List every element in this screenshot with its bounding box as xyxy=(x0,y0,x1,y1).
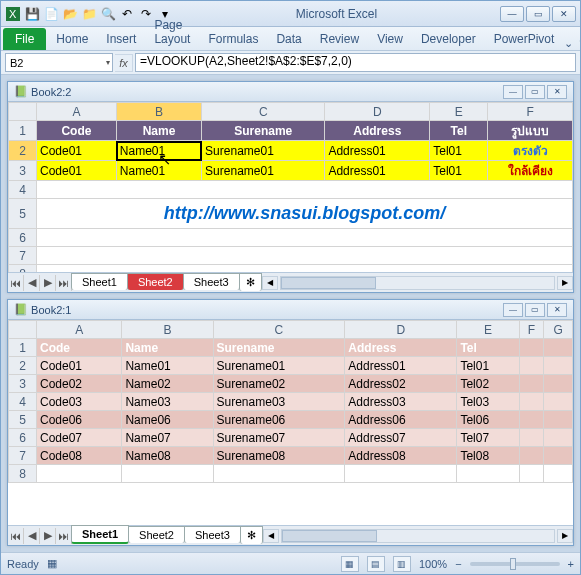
cell[interactable]: Address07 xyxy=(345,429,457,447)
file-tab[interactable]: File xyxy=(3,28,46,50)
cell[interactable]: Address08 xyxy=(345,447,457,465)
cell[interactable]: Name06 xyxy=(122,411,213,429)
sheet-tab[interactable]: Sheet3 xyxy=(183,273,240,290)
cell[interactable] xyxy=(544,411,573,429)
cell[interactable]: Surename01 xyxy=(202,161,325,181)
scroll-right-icon[interactable]: ▶ xyxy=(557,276,573,290)
new-sheet-button[interactable]: ✻ xyxy=(240,526,263,544)
sheet-tab[interactable]: Sheet1 xyxy=(71,273,128,290)
cell[interactable] xyxy=(544,447,573,465)
cell[interactable]: Name07 xyxy=(122,429,213,447)
cell[interactable] xyxy=(519,429,544,447)
child-maximize-button[interactable]: ▭ xyxy=(525,303,545,317)
cell[interactable] xyxy=(544,339,573,357)
tab-data[interactable]: Data xyxy=(268,28,309,50)
cell[interactable]: Tel08 xyxy=(457,447,519,465)
active-cell[interactable]: Name01 xyxy=(116,141,201,161)
cell[interactable]: Address03 xyxy=(345,393,457,411)
tab-nav-first-icon[interactable]: ⏮ xyxy=(8,528,24,544)
row-header[interactable]: 8 xyxy=(9,465,37,483)
cell[interactable] xyxy=(345,465,457,483)
col-header[interactable]: F xyxy=(488,103,573,121)
open-icon[interactable]: 📂 xyxy=(62,6,78,22)
cell[interactable] xyxy=(37,181,573,199)
cell[interactable]: Name xyxy=(116,121,201,141)
cell[interactable]: Address01 xyxy=(325,161,430,181)
cell[interactable] xyxy=(519,375,544,393)
cell[interactable] xyxy=(457,465,519,483)
col-header[interactable]: A xyxy=(37,103,117,121)
new-icon[interactable]: 📄 xyxy=(43,6,59,22)
view-page-layout-button[interactable]: ▤ xyxy=(367,556,385,572)
open-recent-icon[interactable]: 📁 xyxy=(81,6,97,22)
save-icon[interactable]: 💾 xyxy=(24,6,40,22)
zoom-slider[interactable] xyxy=(470,562,560,566)
cell[interactable] xyxy=(519,465,544,483)
col-header[interactable]: D xyxy=(345,321,457,339)
cell[interactable]: Address02 xyxy=(345,375,457,393)
tab-nav-last-icon[interactable]: ⏭ xyxy=(56,275,72,291)
select-all[interactable] xyxy=(9,321,37,339)
row-header[interactable]: 4 xyxy=(9,181,37,199)
row-header[interactable]: 4 xyxy=(9,393,37,411)
row-header[interactable]: 6 xyxy=(9,429,37,447)
row-header[interactable]: 2 xyxy=(9,357,37,375)
cell[interactable] xyxy=(37,265,573,273)
cell[interactable]: Surename xyxy=(202,121,325,141)
zoom-out-button[interactable]: − xyxy=(455,558,461,570)
col-header[interactable]: C xyxy=(213,321,345,339)
maximize-button[interactable]: ▭ xyxy=(526,6,550,22)
cell[interactable] xyxy=(37,465,122,483)
scroll-right-icon[interactable]: ▶ xyxy=(557,529,573,543)
cell[interactable] xyxy=(519,357,544,375)
macro-record-icon[interactable]: ▦ xyxy=(47,557,57,570)
scroll-thumb[interactable] xyxy=(281,277,377,289)
row-header[interactable]: 6 xyxy=(9,229,37,247)
cell[interactable] xyxy=(544,393,573,411)
close-button[interactable]: ✕ xyxy=(552,6,576,22)
scrollbar-horizontal[interactable] xyxy=(281,529,555,543)
cell[interactable]: Tel07 xyxy=(457,429,519,447)
cell[interactable]: Name xyxy=(122,339,213,357)
tab-nav-last-icon[interactable]: ⏭ xyxy=(56,528,72,544)
row-header[interactable]: 3 xyxy=(9,375,37,393)
tab-nav-next-icon[interactable]: ▶ xyxy=(40,275,56,291)
scroll-thumb[interactable] xyxy=(282,530,377,542)
cell[interactable]: Code01 xyxy=(37,141,117,161)
minimize-button[interactable]: — xyxy=(500,6,524,22)
cell[interactable]: Code03 xyxy=(37,393,122,411)
cell[interactable]: Tel xyxy=(457,339,519,357)
child-minimize-button[interactable]: — xyxy=(503,303,523,317)
cell[interactable] xyxy=(37,247,573,265)
grid[interactable]: A B C D E F G 1 Code Name Surename Addre… xyxy=(8,320,573,483)
cell[interactable] xyxy=(519,411,544,429)
cell[interactable]: Code01 xyxy=(37,161,117,181)
tab-insert[interactable]: Insert xyxy=(98,28,144,50)
cell[interactable]: Code xyxy=(37,121,117,141)
cell[interactable]: Name02 xyxy=(122,375,213,393)
row-header[interactable]: 7 xyxy=(9,447,37,465)
cell[interactable]: Code xyxy=(37,339,122,357)
cell[interactable] xyxy=(519,447,544,465)
col-header[interactable]: C xyxy=(202,103,325,121)
view-normal-button[interactable]: ▦ xyxy=(341,556,359,572)
child-minimize-button[interactable]: — xyxy=(503,85,523,99)
ribbon-minimize-icon[interactable]: ⌄ xyxy=(564,37,573,50)
cell[interactable]: Surename03 xyxy=(213,393,345,411)
row-header[interactable]: 7 xyxy=(9,247,37,265)
cell[interactable] xyxy=(519,339,544,357)
cell[interactable] xyxy=(544,357,573,375)
cell[interactable]: Code01 xyxy=(37,357,122,375)
tab-review[interactable]: Review xyxy=(312,28,367,50)
cell[interactable]: Address06 xyxy=(345,411,457,429)
tab-view[interactable]: View xyxy=(369,28,411,50)
cell[interactable]: รูปแบบ xyxy=(488,121,573,141)
select-all[interactable] xyxy=(9,103,37,121)
cell[interactable]: Name01 xyxy=(116,161,201,181)
tab-page-layout[interactable]: Page Layout xyxy=(146,14,198,50)
cell[interactable]: Code08 xyxy=(37,447,122,465)
name-box-dropdown-icon[interactable]: ▾ xyxy=(106,58,110,67)
cell[interactable] xyxy=(213,465,345,483)
cell[interactable] xyxy=(544,429,573,447)
undo-icon[interactable]: ↶ xyxy=(119,6,135,22)
